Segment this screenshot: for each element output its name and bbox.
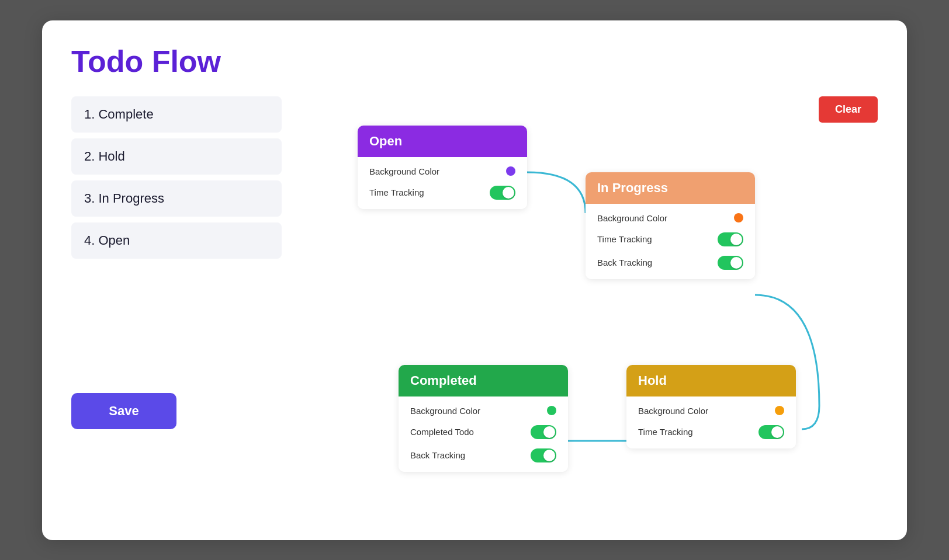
node-inprogress-timetracking-label: Time Tracking xyxy=(597,234,652,244)
node-open-color-dot[interactable] xyxy=(506,166,515,176)
node-hold-bgcolor-label: Background Color xyxy=(638,406,708,416)
node-inprogress-body: Background Color Time Tracking Back Trac… xyxy=(586,204,755,279)
sidebar: 1. Complete 2. Hold 3. In Progress 4. Op… xyxy=(71,96,282,517)
main-layout: 1. Complete 2. Hold 3. In Progress 4. Op… xyxy=(71,96,878,517)
node-hold-color-dot[interactable] xyxy=(775,406,784,415)
node-completed-header: Completed xyxy=(399,365,568,396)
node-open: Open Background Color Time Tracking xyxy=(358,126,527,209)
node-inprogress-row-timetracking: Time Tracking xyxy=(597,230,743,249)
node-inprogress-color-dot[interactable] xyxy=(734,213,743,222)
node-hold-timetracking-label: Time Tracking xyxy=(638,427,693,437)
node-inprogress-backtracking-label: Back Tracking xyxy=(597,258,652,267)
node-completed: Completed Background Color Completed Tod… xyxy=(399,365,568,472)
node-hold-timetracking-toggle[interactable] xyxy=(758,425,784,439)
node-open-header: Open xyxy=(358,126,527,157)
node-inprogress-row-bgcolor: Background Color xyxy=(597,211,743,225)
node-open-timetracking-label: Time Tracking xyxy=(369,187,424,197)
sidebar-item-open[interactable]: 4. Open xyxy=(71,222,282,259)
node-inprogress-backtracking-toggle[interactable] xyxy=(718,256,743,270)
sidebar-item-inprogress[interactable]: 3. In Progress xyxy=(71,180,282,217)
sidebar-item-hold[interactable]: 2. Hold xyxy=(71,138,282,175)
node-inprogress-row-backtracking: Back Tracking xyxy=(597,253,743,272)
node-completed-backtracking-label: Back Tracking xyxy=(410,450,465,460)
node-completed-bgcolor-label: Background Color xyxy=(410,406,480,416)
node-completed-row-backtracking: Back Tracking xyxy=(410,446,556,465)
node-completed-body: Background Color Completed Todo Back Tra… xyxy=(399,396,568,472)
node-completed-backtracking-toggle[interactable] xyxy=(531,448,556,462)
node-completed-row-bgcolor: Background Color xyxy=(410,404,556,418)
node-inprogress-timetracking-toggle[interactable] xyxy=(718,232,743,246)
node-hold-row-timetracking: Time Tracking xyxy=(638,423,784,441)
clear-button[interactable]: Clear xyxy=(819,96,878,123)
node-inprogress-bgcolor-label: Background Color xyxy=(597,213,667,223)
node-hold: Hold Background Color Time Tracking xyxy=(626,365,796,448)
canvas-area: Clear Open Background Color xyxy=(282,96,878,517)
node-completed-color-dot[interactable] xyxy=(547,406,556,415)
node-open-row-bgcolor: Background Color xyxy=(369,164,515,179)
node-hold-header: Hold xyxy=(626,365,796,396)
node-inprogress-header: In Progress xyxy=(586,172,755,204)
node-inprogress: In Progress Background Color Time Tracki… xyxy=(586,172,755,279)
node-open-timetracking-toggle[interactable] xyxy=(490,186,515,200)
node-hold-body: Background Color Time Tracking xyxy=(626,396,796,448)
node-completed-completedtodo-label: Completed Todo xyxy=(410,427,474,437)
sidebar-item-complete[interactable]: 1. Complete xyxy=(71,96,282,133)
node-open-body: Background Color Time Tracking xyxy=(358,157,527,209)
page-title: Todo Flow xyxy=(71,44,878,79)
node-completed-completedtodo-toggle[interactable] xyxy=(531,425,556,439)
node-completed-row-completedtodo: Completed Todo xyxy=(410,423,556,441)
node-open-bgcolor-label: Background Color xyxy=(369,166,439,176)
node-open-row-timetracking: Time Tracking xyxy=(369,183,515,202)
main-frame: Todo Flow 1. Complete 2. Hold 3. In Prog… xyxy=(42,20,907,540)
save-button[interactable]: Save xyxy=(71,393,176,429)
node-hold-row-bgcolor: Background Color xyxy=(638,404,784,418)
